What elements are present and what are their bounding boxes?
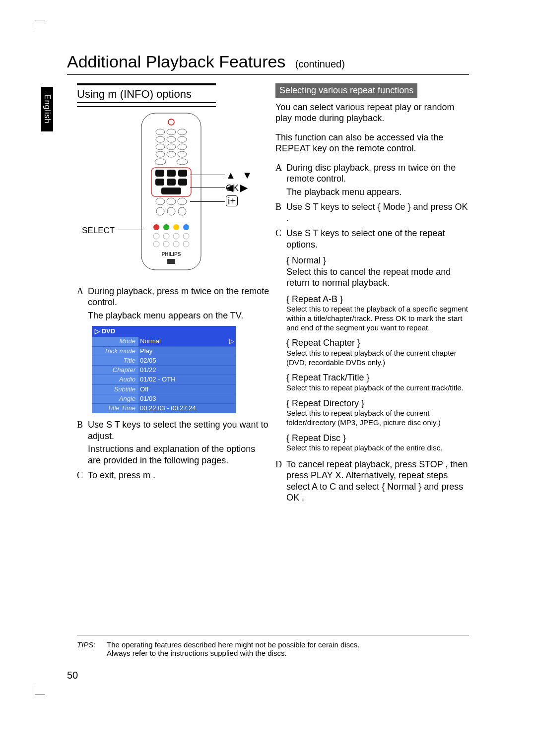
option-desc: Select this to repeat playback of the cu… [286,383,469,393]
step-text: During playback, press m twice on the re… [88,286,270,308]
osd-label: Angle [92,394,138,403]
step-text: Use S T keys to select one of the repeat… [286,228,469,250]
tips-label: TIPS: [77,640,107,657]
osd-label: Trick mode [92,346,138,356]
step-letter: B [275,201,286,224]
tips-footer: TIPS: The operating features described h… [77,635,469,657]
svg-rect-20 [155,179,164,186]
svg-rect-22 [178,179,187,186]
osd-value: 00:22:03 - 00:27:24 [138,404,236,413]
step-letter: B [77,419,88,441]
osd-menu: ▷ DVD ModeNormal▷ Trick modePlay Title02… [92,326,236,413]
osd-value: 02/05 [138,356,236,365]
option-desc: Select this to repeat playback of the cu… [286,349,469,368]
osd-value: 01/22 [138,366,236,375]
page-title-row: Additional Playback Features (continued) [67,52,469,71]
option-name: { Repeat Chapter } [286,337,469,349]
osd-label: Title [92,356,138,365]
osd-value: 01/03 [138,394,236,403]
svg-point-33 [183,224,189,230]
step-c: C To exit, press m . [77,470,270,481]
svg-rect-19 [178,170,187,177]
osd-label: Subtitle [92,384,138,394]
continued-label: (continued) [295,59,345,70]
svg-text:PHILIPS: PHILIPS [162,252,181,257]
remote-svg: PHILIPS [136,112,206,271]
language-tab: English [41,87,53,131]
osd-value: Normal▷ [138,337,236,346]
leader-line [190,201,225,202]
osd-value: Off [138,384,236,394]
tips-line: Always refer to the instructions supplie… [107,649,469,657]
step-letter: C [275,228,286,250]
osd-value: Play [138,346,236,356]
osd-title-prefix: ▷ [95,327,100,335]
grey-subheading: Selecting various repeat functions [275,83,417,98]
repeat-options: { Normal } Select this to cancel the rep… [286,255,469,453]
option-name: { Normal } [286,255,469,266]
page-title: Additional Playback Features [67,52,285,71]
step-b-result: Instructions and explanation of the opti… [88,443,270,466]
step-text: Use S T keys to select { Mode } and pres… [286,201,469,224]
option-desc: Select this to repeat playback of the cu… [286,409,469,428]
step-text: Use S T keys to select the setting you w… [88,419,270,441]
svg-rect-21 [167,179,176,186]
remote-illustration: PHILIPS ▲ ▼ ◀ ▶ OK i+ SELECT [77,112,266,281]
svg-rect-18 [167,170,176,177]
option-desc: Select this to repeat the playback of a … [286,305,469,332]
osd-label: Audio [92,375,138,384]
step-text: To cancel repeat playback, press STOP , … [286,459,469,504]
option-name: { Repeat A-B } [286,294,469,305]
title-rule [67,74,469,75]
section-heading-wrap: Using m (INFO) options [77,83,216,103]
svg-rect-43 [167,259,175,264]
svg-rect-23 [161,188,181,194]
step-b: B Use S T keys to select { Mode } and pr… [275,201,469,224]
leader-line [190,175,225,175]
step-a: A During playback, press m twice on the … [77,286,270,308]
select-label: SELECT [82,225,115,236]
tips-body: The operating features described here mi… [107,640,469,657]
option-desc: Select this to repeat playback of the en… [286,443,469,453]
ok-label: OK [226,183,239,194]
step-a: A During disc playback, press m twice on… [275,162,469,185]
step-b: B Use S T keys to select the setting you… [77,419,270,441]
step-letter: C [77,470,88,481]
step-a-result: The playback menu appears. [286,187,469,198]
intro-para-1: You can select various repeat play or ra… [275,102,469,124]
svg-rect-17 [155,170,164,177]
svg-point-31 [163,224,169,230]
step-c: C Use S T keys to select one of the repe… [275,228,469,250]
option-name: { Repeat Track/Title } [286,372,469,383]
info-icon-label: i+ [226,195,238,206]
crop-mark-tl [35,20,45,30]
step-letter: A [77,286,88,308]
leader-line [190,188,225,188]
osd-title: DVD [102,327,115,335]
step-d: D To cancel repeat playback, press STOP … [275,459,469,504]
option-name: { Repeat Disc } [286,433,469,444]
step-text: To exit, press m . [88,470,270,481]
step-letter: D [275,459,286,504]
left-column: Using m (INFO) options [77,83,270,483]
leader-line [118,230,143,230]
osd-label: Title Time [92,404,138,413]
section-heading-underline [77,106,216,107]
option-desc: Select this to cancel the repeat mode an… [286,266,469,289]
step-a-result: The playback menu appears on the TV. [88,310,270,321]
svg-point-32 [173,224,179,230]
section-heading: Using m (INFO) options [77,87,216,101]
right-column: Selecting various repeat functions You c… [275,83,469,505]
osd-label: Chapter [92,366,138,375]
osd-label: Mode [92,337,138,346]
step-text: During disc playback, press m twice on t… [286,162,469,185]
tips-line: The operating features described here mi… [107,640,469,649]
page-number: 50 [67,670,78,681]
intro-para-2: This function can also be accessed via t… [275,132,469,154]
crop-mark-bl [35,685,45,695]
step-letter: A [275,162,286,185]
option-name: { Repeat Directory } [286,398,469,409]
osd-value: 01/02 - OTH [138,375,236,384]
svg-point-30 [153,224,159,230]
